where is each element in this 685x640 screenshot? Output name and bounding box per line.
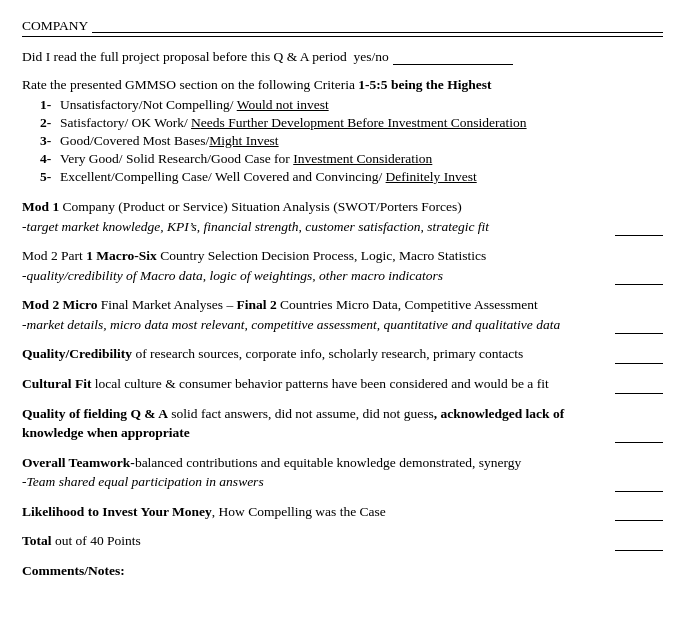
item-text: Unsatisfactory/Not Compelling/ Would not… — [60, 97, 329, 113]
list-item: 3- Good/Covered Most Bases/Might Invest — [40, 133, 663, 149]
qa-text: Quality of fielding Q & A solid fact ans… — [22, 404, 615, 443]
teamwork-sub: -Team shared equal participation in answ… — [22, 472, 605, 492]
qa-main: Quality of fielding Q & A solid fact ans… — [22, 404, 605, 443]
comments-label-text: Comments/Notes: — [22, 563, 125, 578]
comments-label: Comments/Notes: — [22, 561, 663, 581]
company-name-blank — [92, 32, 663, 33]
read-proposal-line: Did I read the full project proposal bef… — [22, 49, 663, 65]
total-label: Total — [22, 533, 52, 548]
scale-label: 1-5:5 being the Highest — [358, 77, 491, 92]
header-company-line: COMPANY — [22, 18, 663, 37]
mod1-row: Mod 1 Company (Product or Service) Situa… — [22, 197, 663, 236]
mod2-micro-section: Mod 2 Micro Final Market Analyses – Fina… — [22, 295, 663, 334]
qa-score — [615, 429, 663, 443]
likelihood-label: Likelihood to Invest Your Money — [22, 504, 212, 519]
rate-section: Rate the presented GMMSO section on the … — [22, 77, 663, 185]
list-item: 2- Satisfactory/ OK Work/ Needs Further … — [40, 115, 663, 131]
quality-cred-row: Quality/Credibility of research sources,… — [22, 344, 663, 364]
total-score — [615, 537, 663, 551]
teamwork-main: Overall Teamwork-balanced contributions … — [22, 453, 605, 473]
mod1-text: Mod 1 Company (Product or Service) Situa… — [22, 197, 615, 236]
likelihood-text: Likelihood to Invest Your Money, How Com… — [22, 502, 615, 522]
comments-section: Comments/Notes: — [22, 561, 663, 581]
item-underline: Investment Consideration — [293, 151, 432, 166]
quality-cred-text: Quality/Credibility of research sources,… — [22, 344, 615, 364]
mod2-micro-text: Mod 2 Micro Final Market Analyses – Fina… — [22, 295, 615, 334]
item-text: Satisfactory/ OK Work/ Needs Further Dev… — [60, 115, 527, 131]
item-num: 5- — [40, 169, 54, 185]
cultural-fit-section: Cultural Fit local culture & consumer be… — [22, 374, 663, 394]
item-text: Good/Covered Most Bases/Might Invest — [60, 133, 279, 149]
rate-intro-text: Rate the presented GMMSO section on the … — [22, 77, 358, 92]
likelihood-main: Likelihood to Invest Your Money, How Com… — [22, 502, 605, 522]
mod2-macro-section: Mod 2 Part 1 Macro-Six Country Selection… — [22, 246, 663, 285]
item-underline: Might Invest — [209, 133, 278, 148]
cultural-fit-label: Cultural Fit — [22, 376, 91, 391]
company-label: COMPANY — [22, 18, 88, 34]
mod1-score — [615, 222, 663, 236]
item-num: 2- — [40, 115, 54, 131]
mod2-micro-final: Final 2 — [237, 297, 277, 312]
mod2-macro-text: Mod 2 Part 1 Macro-Six Country Selection… — [22, 246, 615, 285]
quality-cred-score — [615, 350, 663, 364]
total-rest: out of 40 Points — [52, 533, 141, 548]
item-text: Excellent/Compelling Case/ Well Covered … — [60, 169, 477, 185]
total-section: Total out of 40 Points — [22, 531, 663, 551]
mod2-micro-main: Mod 2 Micro Final Market Analyses – Fina… — [22, 295, 605, 315]
teamwork-text: Overall Teamwork-balanced contributions … — [22, 453, 615, 492]
item-num: 1- — [40, 97, 54, 113]
total-row: Total out of 40 Points — [22, 531, 663, 551]
mod1-section: Mod 1 Company (Product or Service) Situa… — [22, 197, 663, 236]
item-text: Very Good/ Solid Research/Good Case for … — [60, 151, 432, 167]
teamwork-section: Overall Teamwork-balanced contributions … — [22, 453, 663, 492]
list-item: 5- Excellent/Compelling Case/ Well Cover… — [40, 169, 663, 185]
item-num: 3- — [40, 133, 54, 149]
cultural-fit-main: Cultural Fit local culture & consumer be… — [22, 374, 605, 394]
qa-label: Quality of fielding Q & A — [22, 406, 168, 421]
cultural-fit-text: Cultural Fit local culture & consumer be… — [22, 374, 615, 394]
mod2-micro-sub: -market details, micro data most relevan… — [22, 315, 605, 335]
teamwork-score — [615, 478, 663, 492]
cultural-fit-score — [615, 380, 663, 394]
item-underline: Needs Further Development Before Investm… — [191, 115, 527, 130]
rate-list: 1- Unsatisfactory/Not Compelling/ Would … — [22, 97, 663, 185]
qa-row: Quality of fielding Q & A solid fact ans… — [22, 404, 663, 443]
list-item: 4- Very Good/ Solid Research/Good Case f… — [40, 151, 663, 167]
teamwork-row: Overall Teamwork-balanced contributions … — [22, 453, 663, 492]
quality-cred-label: Quality/Credibility — [22, 346, 132, 361]
quality-cred-main: Quality/Credibility of research sources,… — [22, 344, 605, 364]
mod2-micro-label: Mod 2 Micro — [22, 297, 97, 312]
mod2-macro-score — [615, 271, 663, 285]
mod2-macro-bold: 1 Macro-Six — [86, 248, 157, 263]
mod2-macro-row: Mod 2 Part 1 Macro-Six Country Selection… — [22, 246, 663, 285]
total-main: Total out of 40 Points — [22, 531, 605, 551]
mod2-macro-sub: -quality/credibility of Macro data, logi… — [22, 266, 605, 286]
cultural-fit-row: Cultural Fit local culture & consumer be… — [22, 374, 663, 394]
mod1-sub: -target market knowledge, KPI’s, financi… — [22, 217, 605, 237]
rate-intro: Rate the presented GMMSO section on the … — [22, 77, 663, 93]
likelihood-score — [615, 507, 663, 521]
mod2-micro-score — [615, 320, 663, 334]
item-underline: Definitely Invest — [386, 169, 477, 184]
total-text: Total out of 40 Points — [22, 531, 615, 551]
mod2-macro-main: Mod 2 Part 1 Macro-Six Country Selection… — [22, 246, 605, 266]
list-item: 1- Unsatisfactory/Not Compelling/ Would … — [40, 97, 663, 113]
teamwork-label: Overall Teamwork- — [22, 455, 135, 470]
likelihood-row: Likelihood to Invest Your Money, How Com… — [22, 502, 663, 522]
yes-no-text: yes/no — [353, 49, 388, 64]
yes-no-blank — [393, 64, 513, 65]
item-underline: Would not invest — [237, 97, 329, 112]
read-proposal-text: Did I read the full project proposal bef… — [22, 49, 347, 64]
mod2-micro-row: Mod 2 Micro Final Market Analyses – Fina… — [22, 295, 663, 334]
qa-section: Quality of fielding Q & A solid fact ans… — [22, 404, 663, 443]
mod1-main: Mod 1 Company (Product or Service) Situa… — [22, 197, 605, 217]
item-num: 4- — [40, 151, 54, 167]
likelihood-section: Likelihood to Invest Your Money, How Com… — [22, 502, 663, 522]
mod1-label: Mod 1 — [22, 199, 59, 214]
quality-cred-section: Quality/Credibility of research sources,… — [22, 344, 663, 364]
